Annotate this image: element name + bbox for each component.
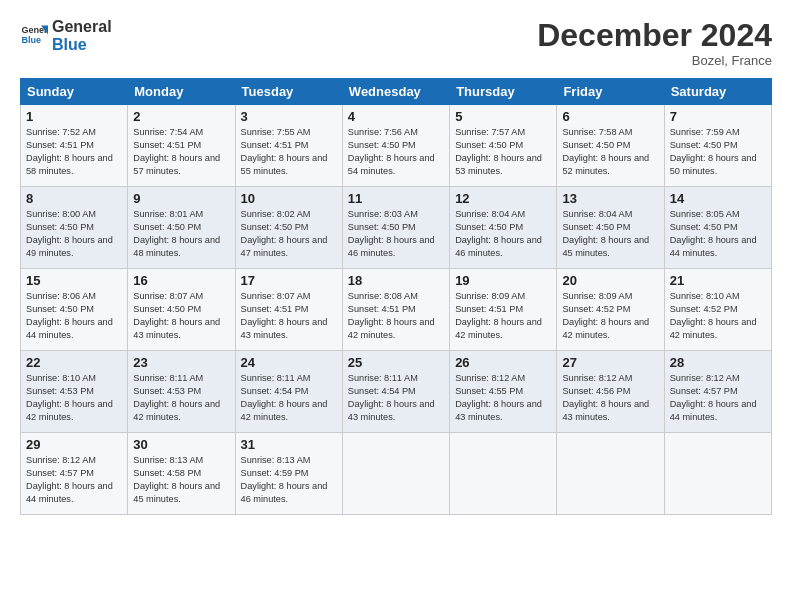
calendar-cell: 3Sunrise: 7:55 AMSunset: 4:51 PMDaylight… [235, 105, 342, 187]
cell-info: Sunrise: 8:10 AMSunset: 4:53 PMDaylight:… [26, 372, 122, 424]
calendar-cell: 12Sunrise: 8:04 AMSunset: 4:50 PMDayligh… [450, 187, 557, 269]
cell-info: Sunrise: 7:52 AMSunset: 4:51 PMDaylight:… [26, 126, 122, 178]
cell-info: Sunrise: 8:12 AMSunset: 4:56 PMDaylight:… [562, 372, 658, 424]
calendar-cell: 24Sunrise: 8:11 AMSunset: 4:54 PMDayligh… [235, 351, 342, 433]
calendar-cell [557, 433, 664, 515]
day-number: 13 [562, 191, 658, 206]
day-number: 28 [670, 355, 766, 370]
page: General Blue General Blue December 2024 … [0, 0, 792, 527]
logo: General Blue General Blue [20, 18, 112, 55]
cell-info: Sunrise: 8:07 AMSunset: 4:50 PMDaylight:… [133, 290, 229, 342]
month-title: December 2024 [537, 18, 772, 53]
day-number: 15 [26, 273, 122, 288]
calendar-cell: 18Sunrise: 8:08 AMSunset: 4:51 PMDayligh… [342, 269, 449, 351]
day-number: 17 [241, 273, 337, 288]
calendar-cell: 13Sunrise: 8:04 AMSunset: 4:50 PMDayligh… [557, 187, 664, 269]
day-number: 18 [348, 273, 444, 288]
cell-info: Sunrise: 8:01 AMSunset: 4:50 PMDaylight:… [133, 208, 229, 260]
day-header-friday: Friday [557, 79, 664, 105]
calendar-cell: 25Sunrise: 8:11 AMSunset: 4:54 PMDayligh… [342, 351, 449, 433]
day-number: 11 [348, 191, 444, 206]
calendar-cell: 5Sunrise: 7:57 AMSunset: 4:50 PMDaylight… [450, 105, 557, 187]
calendar-cell: 2Sunrise: 7:54 AMSunset: 4:51 PMDaylight… [128, 105, 235, 187]
cell-info: Sunrise: 8:04 AMSunset: 4:50 PMDaylight:… [562, 208, 658, 260]
day-number: 29 [26, 437, 122, 452]
week-row-5: 29Sunrise: 8:12 AMSunset: 4:57 PMDayligh… [21, 433, 772, 515]
cell-info: Sunrise: 8:11 AMSunset: 4:54 PMDaylight:… [241, 372, 337, 424]
calendar-cell: 19Sunrise: 8:09 AMSunset: 4:51 PMDayligh… [450, 269, 557, 351]
cell-info: Sunrise: 8:11 AMSunset: 4:54 PMDaylight:… [348, 372, 444, 424]
cell-info: Sunrise: 8:06 AMSunset: 4:50 PMDaylight:… [26, 290, 122, 342]
calendar-cell: 20Sunrise: 8:09 AMSunset: 4:52 PMDayligh… [557, 269, 664, 351]
calendar-cell: 6Sunrise: 7:58 AMSunset: 4:50 PMDaylight… [557, 105, 664, 187]
day-number: 14 [670, 191, 766, 206]
day-header-tuesday: Tuesday [235, 79, 342, 105]
day-number: 31 [241, 437, 337, 452]
day-header-sunday: Sunday [21, 79, 128, 105]
calendar-cell: 14Sunrise: 8:05 AMSunset: 4:50 PMDayligh… [664, 187, 771, 269]
day-number: 16 [133, 273, 229, 288]
day-number: 19 [455, 273, 551, 288]
calendar-cell: 7Sunrise: 7:59 AMSunset: 4:50 PMDaylight… [664, 105, 771, 187]
cell-info: Sunrise: 8:09 AMSunset: 4:52 PMDaylight:… [562, 290, 658, 342]
svg-text:Blue: Blue [21, 35, 41, 45]
logo-icon: General Blue [20, 22, 48, 50]
day-number: 1 [26, 109, 122, 124]
calendar-cell: 28Sunrise: 8:12 AMSunset: 4:57 PMDayligh… [664, 351, 771, 433]
cell-info: Sunrise: 7:57 AMSunset: 4:50 PMDaylight:… [455, 126, 551, 178]
day-number: 23 [133, 355, 229, 370]
calendar-cell: 16Sunrise: 8:07 AMSunset: 4:50 PMDayligh… [128, 269, 235, 351]
logo-line1: General [52, 18, 112, 36]
week-row-1: 1Sunrise: 7:52 AMSunset: 4:51 PMDaylight… [21, 105, 772, 187]
day-number: 22 [26, 355, 122, 370]
logo-line2: Blue [52, 36, 112, 54]
calendar-cell: 29Sunrise: 8:12 AMSunset: 4:57 PMDayligh… [21, 433, 128, 515]
week-row-3: 15Sunrise: 8:06 AMSunset: 4:50 PMDayligh… [21, 269, 772, 351]
day-number: 25 [348, 355, 444, 370]
calendar-cell: 8Sunrise: 8:00 AMSunset: 4:50 PMDaylight… [21, 187, 128, 269]
day-number: 7 [670, 109, 766, 124]
calendar-cell: 17Sunrise: 8:07 AMSunset: 4:51 PMDayligh… [235, 269, 342, 351]
location: Bozel, France [537, 53, 772, 68]
cell-info: Sunrise: 8:05 AMSunset: 4:50 PMDaylight:… [670, 208, 766, 260]
cell-info: Sunrise: 7:54 AMSunset: 4:51 PMDaylight:… [133, 126, 229, 178]
day-number: 10 [241, 191, 337, 206]
day-header-wednesday: Wednesday [342, 79, 449, 105]
header: General Blue General Blue December 2024 … [20, 18, 772, 68]
calendar-cell [450, 433, 557, 515]
title-block: December 2024 Bozel, France [537, 18, 772, 68]
day-header-saturday: Saturday [664, 79, 771, 105]
cell-info: Sunrise: 8:11 AMSunset: 4:53 PMDaylight:… [133, 372, 229, 424]
day-number: 26 [455, 355, 551, 370]
calendar-cell: 9Sunrise: 8:01 AMSunset: 4:50 PMDaylight… [128, 187, 235, 269]
cell-info: Sunrise: 8:08 AMSunset: 4:51 PMDaylight:… [348, 290, 444, 342]
calendar-cell [664, 433, 771, 515]
calendar-cell: 1Sunrise: 7:52 AMSunset: 4:51 PMDaylight… [21, 105, 128, 187]
day-number: 4 [348, 109, 444, 124]
cell-info: Sunrise: 8:10 AMSunset: 4:52 PMDaylight:… [670, 290, 766, 342]
cell-info: Sunrise: 8:13 AMSunset: 4:59 PMDaylight:… [241, 454, 337, 506]
day-number: 21 [670, 273, 766, 288]
calendar-cell [342, 433, 449, 515]
day-number: 20 [562, 273, 658, 288]
calendar-cell: 21Sunrise: 8:10 AMSunset: 4:52 PMDayligh… [664, 269, 771, 351]
cell-info: Sunrise: 7:59 AMSunset: 4:50 PMDaylight:… [670, 126, 766, 178]
calendar-cell: 26Sunrise: 8:12 AMSunset: 4:55 PMDayligh… [450, 351, 557, 433]
day-header-monday: Monday [128, 79, 235, 105]
day-number: 27 [562, 355, 658, 370]
cell-info: Sunrise: 8:03 AMSunset: 4:50 PMDaylight:… [348, 208, 444, 260]
header-row: SundayMondayTuesdayWednesdayThursdayFrid… [21, 79, 772, 105]
day-number: 2 [133, 109, 229, 124]
calendar-cell: 15Sunrise: 8:06 AMSunset: 4:50 PMDayligh… [21, 269, 128, 351]
calendar-table: SundayMondayTuesdayWednesdayThursdayFrid… [20, 78, 772, 515]
day-number: 8 [26, 191, 122, 206]
day-number: 3 [241, 109, 337, 124]
calendar-cell: 31Sunrise: 8:13 AMSunset: 4:59 PMDayligh… [235, 433, 342, 515]
cell-info: Sunrise: 8:09 AMSunset: 4:51 PMDaylight:… [455, 290, 551, 342]
cell-info: Sunrise: 7:55 AMSunset: 4:51 PMDaylight:… [241, 126, 337, 178]
day-number: 30 [133, 437, 229, 452]
day-number: 9 [133, 191, 229, 206]
cell-info: Sunrise: 7:56 AMSunset: 4:50 PMDaylight:… [348, 126, 444, 178]
week-row-4: 22Sunrise: 8:10 AMSunset: 4:53 PMDayligh… [21, 351, 772, 433]
calendar-cell: 4Sunrise: 7:56 AMSunset: 4:50 PMDaylight… [342, 105, 449, 187]
